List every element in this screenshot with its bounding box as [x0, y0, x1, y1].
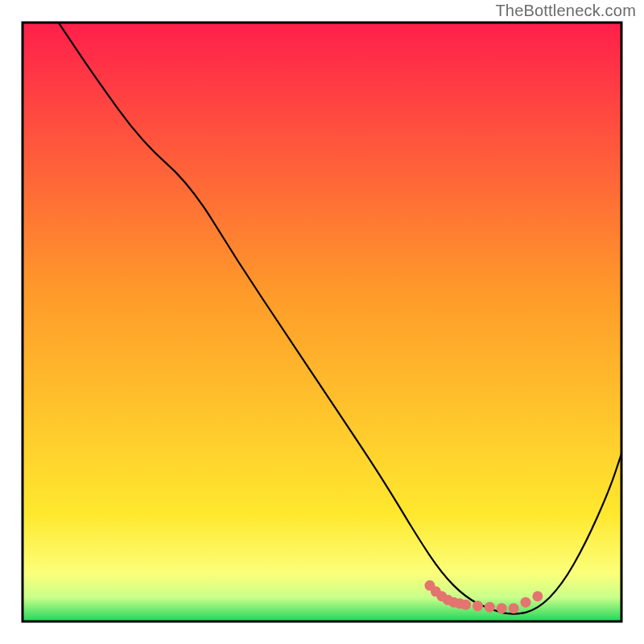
marker-dot: [532, 591, 543, 601]
marker-dot: [520, 597, 530, 608]
attribution-text: TheBottleneck.com: [495, 2, 636, 20]
marker-dot: [460, 600, 471, 610]
gradient-background: [23, 23, 621, 621]
marker-dot: [473, 601, 483, 611]
marker-dot: [497, 603, 507, 613]
marker-dot: [485, 602, 495, 613]
bottleneck-chart: [0, 0, 644, 644]
marker-dot: [509, 603, 519, 613]
